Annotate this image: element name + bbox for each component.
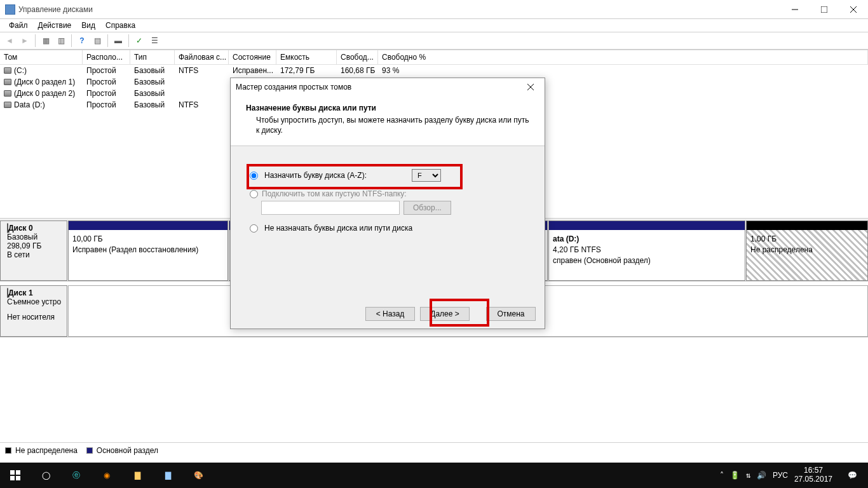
browse-button: Обзор... [403,201,451,215]
col-state[interactable]: Состояние [229,50,276,64]
task-search-icon[interactable]: ◯ [31,463,61,488]
dialog-body: Назначить букву диска (A-Z): F Подключит… [231,146,545,233]
dialog-footer: < Назад Далее > Отмена [365,307,536,321]
back-button[interactable]: < Назад [365,307,415,321]
wizard-dialog: Мастер создания простых томов Назначение… [230,78,545,329]
drive-letter-select[interactable]: F [412,169,441,182]
taskbar: ◯ ⓔ ◉ ▇ ▇ 🎨 ˄ 🔋 ⇅ 🔊 РУС 16:5727.05.2017 … [0,463,868,488]
task-explorer-icon[interactable]: ▇ [122,463,153,488]
option-assign-letter[interactable]: Назначить букву диска (A-Z): F [250,169,526,182]
mount-path-input [261,201,400,215]
option-no-letter[interactable]: Не назначать буквы диска или пути диска [250,224,526,233]
menu-help[interactable]: Справка [100,20,140,31]
tray-volume-icon[interactable]: 🔊 [757,471,766,480]
toolbar: ◄ ► ▦ ▥ ? ▤ ▬ ✓ ☰ [0,32,868,50]
tray-chevron-icon[interactable]: ˄ [720,471,724,480]
tray-wifi-icon[interactable]: ⇅ [746,471,750,480]
legend: Не распределена Основной раздел [0,442,868,458]
svg-rect-3 [10,476,15,480]
col-capacity[interactable]: Емкость [276,50,337,64]
label-none: Не назначать буквы диска или пути диска [264,224,412,233]
legend-label-primary: Основной раздел [97,446,158,455]
titlebar: Управление дисками [0,0,868,19]
system-tray: ˄ 🔋 ⇅ 🔊 РУС 16:5727.05.2017 💬 [720,463,868,488]
dialog-heading: Назначение буквы диска или пути [246,104,376,112]
svg-rect-0 [821,6,827,13]
task-paint-icon[interactable]: 🎨 [183,463,214,488]
radio-assign[interactable] [250,172,258,180]
menu-action[interactable]: Действие [33,20,77,31]
radio-mount[interactable] [250,190,258,198]
svg-rect-2 [16,470,20,475]
layout-icon[interactable]: ▦ [39,34,53,48]
label-assign: Назначить букву диска (A-Z): [264,171,408,180]
tray-language[interactable]: РУС [773,471,788,480]
next-button[interactable]: Далее > [420,307,470,321]
disk1-header[interactable]: Диск 1 Съемное устро Нет носителя [0,285,67,337]
back-icon: ◄ [3,34,17,48]
menubar: Файл Действие Вид Справка [0,19,868,32]
svg-rect-4 [16,476,20,480]
disk0-partition-recovery[interactable]: 10,00 ГБ Исправен (Раздел восстановления… [68,220,228,281]
menu-view[interactable]: Вид [76,20,100,31]
maximize-button[interactable] [810,0,839,19]
menu-file[interactable]: Файл [4,20,33,31]
disk0-partition-data[interactable]: ata (D:) 4,20 ГБ NTFS справен (Основной … [548,220,745,281]
col-freepct[interactable]: Свободно % [378,50,868,64]
list-icon[interactable]: ☰ [147,34,161,48]
volume-table-header: Том Располо... Тип Файловая с... Состоян… [0,50,868,65]
tray-battery-icon[interactable]: 🔋 [730,471,740,480]
task-firefox-icon[interactable]: ◉ [92,463,122,488]
option-mount-folder[interactable]: Подключить том как пустую NTFS-папку: [250,189,526,198]
col-type[interactable]: Тип [130,50,175,64]
table-row[interactable]: (C:)ПростойБазовыйNTFSИсправен...172,79 … [0,65,868,76]
dialog-title: Мастер создания простых томов [236,83,522,92]
app-icon [5,4,15,15]
start-button[interactable] [0,463,31,488]
task-edge-icon[interactable]: ⓔ [61,463,92,488]
task-diskmgmt-icon[interactable]: ▇ [153,463,183,488]
help-icon[interactable]: ? [75,34,89,48]
flag-icon[interactable]: ▬ [111,34,125,48]
tray-notifications-icon[interactable]: 💬 [839,463,865,488]
disk0-unallocated[interactable]: 1,00 ГБ Не распределена [746,220,868,281]
cancel-button[interactable]: Отмена [486,307,536,321]
disk0-header[interactable]: Диск 0 Базовый 298,09 ГБ В сети [0,220,67,281]
check-icon[interactable]: ✓ [132,34,146,48]
col-layout[interactable]: Располо... [83,50,130,64]
close-button[interactable] [839,0,868,19]
col-volume[interactable]: Том [0,50,83,64]
layout2-icon[interactable]: ▥ [54,34,68,48]
radio-none[interactable] [250,224,258,233]
legend-label-unalloc: Не распределена [15,446,78,455]
refresh-icon[interactable]: ▤ [90,34,104,48]
label-mount: Подключить том как пустую NTFS-папку: [262,189,407,198]
legend-swatch-unalloc [5,447,11,454]
col-fs[interactable]: Файловая с... [175,50,229,64]
dialog-close-button[interactable] [522,78,539,96]
svg-rect-1 [10,470,15,475]
legend-swatch-primary [86,447,93,454]
dialog-titlebar: Мастер создания простых томов [231,78,545,96]
window-title: Управление дисками [18,5,780,14]
forward-icon: ► [18,34,32,48]
dialog-subheading: Чтобы упростить доступ, вы можете назнач… [256,115,529,135]
minimize-button[interactable] [780,0,810,19]
dialog-header: Назначение буквы диска или пути Чтобы уп… [231,96,545,146]
tray-clock[interactable]: 16:5727.05.2017 [794,466,832,484]
col-free[interactable]: Свобод... [337,50,378,64]
